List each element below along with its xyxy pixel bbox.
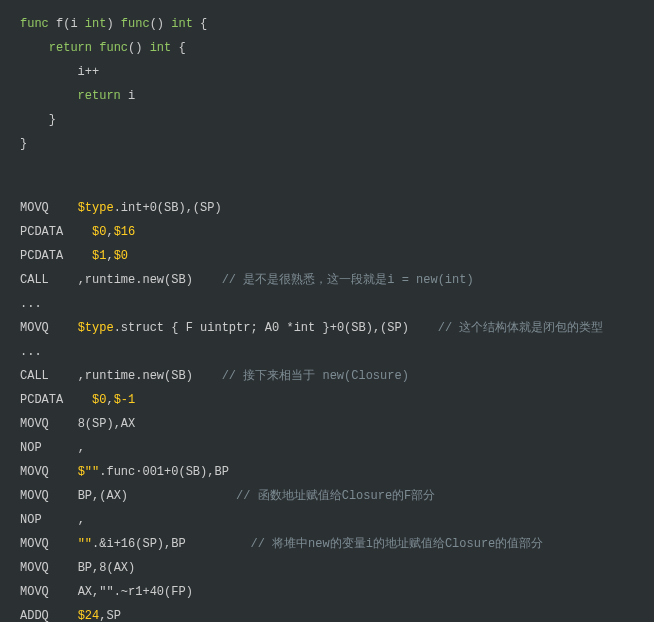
- asm-args: ,: [78, 441, 85, 455]
- code-text: ): [106, 17, 120, 31]
- asm-args: .int+0(SB),(SP): [114, 201, 222, 215]
- keyword-func: func: [121, 17, 150, 31]
- asm-args: ,runtime.new(SB): [78, 273, 193, 287]
- comment: // 接下来相当于 new(Closure): [193, 369, 409, 383]
- literal: $-1: [114, 393, 136, 407]
- asm-line-21: MOVQ AX,"".~r1+40(FP): [20, 580, 634, 604]
- pad: [128, 489, 236, 503]
- asm-args: .func·001+0(SB),BP: [99, 465, 229, 479]
- sep: [49, 561, 78, 575]
- code-text: (): [128, 41, 150, 55]
- literal: "": [78, 537, 92, 551]
- asm-line-7: MOVQ $type.int+0(SB),(SP): [20, 196, 634, 220]
- sep: [49, 585, 78, 599]
- comment: // 函数地址赋值给Closure的F部分: [236, 489, 435, 503]
- asm-args: AX,"".~r1+40(FP): [78, 585, 193, 599]
- sep: [63, 393, 92, 407]
- code-text: i++: [78, 65, 100, 79]
- asm-line-19: MOVQ "".&i+16(SP),BP // 将堆中new的变量i的地址赋值给…: [20, 532, 634, 556]
- sep: [42, 441, 78, 455]
- sep: [49, 489, 78, 503]
- type-int: int: [150, 41, 172, 55]
- indent: [20, 41, 49, 55]
- asm-line-17: MOVQ BP,(AX) // 函数地址赋值给Closure的F部分: [20, 484, 634, 508]
- asm-line-22: ADDQ $24,SP: [20, 604, 634, 622]
- sep: [49, 417, 78, 431]
- asm-ellipsis-2: ...: [20, 340, 634, 364]
- asm-line-18: NOP ,: [20, 508, 634, 532]
- comment: // 是不是很熟悉，这一段就是i = new(int): [193, 273, 474, 287]
- dots: ...: [20, 345, 42, 359]
- sep: [49, 369, 78, 383]
- sep: [49, 321, 78, 335]
- opcode: MOVQ: [20, 537, 49, 551]
- opcode: MOVQ: [20, 417, 49, 431]
- asm-line-10: CALL ,runtime.new(SB) // 是不是很熟悉，这一段就是i =…: [20, 268, 634, 292]
- asm-ellipsis-1: ...: [20, 292, 634, 316]
- opcode: CALL: [20, 369, 49, 383]
- opcode: MOVQ: [20, 201, 49, 215]
- code-text: }: [49, 113, 56, 127]
- literal: $0: [114, 249, 128, 263]
- literal: $0: [92, 393, 106, 407]
- sep: [49, 609, 78, 622]
- comma: ,: [106, 249, 113, 263]
- asm-line-9: PCDATA $1,$0: [20, 244, 634, 268]
- asm-args: SP: [106, 609, 120, 622]
- asm-args: BP,8(AX): [78, 561, 136, 575]
- keyword-return: return: [49, 41, 92, 55]
- opcode: NOP: [20, 441, 42, 455]
- opcode: PCDATA: [20, 225, 63, 239]
- opcode: PCDATA: [20, 393, 63, 407]
- code-text: i: [121, 89, 135, 103]
- literal: $1: [92, 249, 106, 263]
- code-line-1: func f(i int) func() int {: [20, 12, 634, 36]
- asm-line-8: PCDATA $0,$16: [20, 220, 634, 244]
- code-line-2: return func() int {: [20, 36, 634, 60]
- literal: $24: [78, 609, 100, 622]
- keyword-return: return: [78, 89, 121, 103]
- code-line-6: }: [20, 132, 634, 156]
- opcode: NOP: [20, 513, 42, 527]
- asm-line-15: NOP ,: [20, 436, 634, 460]
- comment: // 将堆中new的变量i的地址赋值给Closure的值部分: [250, 537, 543, 551]
- literal: $16: [114, 225, 136, 239]
- asm-line-14: MOVQ 8(SP),AX: [20, 412, 634, 436]
- indent: [20, 65, 78, 79]
- sep: [49, 273, 78, 287]
- code-line-5: }: [20, 108, 634, 132]
- comma: ,: [106, 225, 113, 239]
- opcode: MOVQ: [20, 489, 49, 503]
- asm-line-11: MOVQ $type.struct { F uintptr; A0 *int }…: [20, 316, 634, 340]
- sep: [63, 225, 92, 239]
- code-text: (): [150, 17, 172, 31]
- asm-args: ,: [78, 513, 85, 527]
- literal: $0: [92, 225, 106, 239]
- indent: [20, 89, 78, 103]
- type-int: int: [85, 17, 107, 31]
- literal: $type: [78, 201, 114, 215]
- comma: ,: [106, 393, 113, 407]
- comment: // 这个结构体就是闭包的类型: [409, 321, 603, 335]
- asm-args: BP,(AX): [78, 489, 128, 503]
- keyword-func: func: [99, 41, 128, 55]
- asm-line-16: MOVQ $"".func·001+0(SB),BP: [20, 460, 634, 484]
- opcode: CALL: [20, 273, 49, 287]
- section-gap: [20, 156, 634, 196]
- sep: [63, 249, 92, 263]
- literal: $"": [78, 465, 100, 479]
- code-text: f(i: [49, 17, 85, 31]
- asm-args: .&i+16(SP),BP: [92, 537, 186, 551]
- opcode: MOVQ: [20, 465, 49, 479]
- code-text: {: [171, 41, 185, 55]
- asm-line-20: MOVQ BP,8(AX): [20, 556, 634, 580]
- sep: [49, 201, 78, 215]
- keyword-func: func: [20, 17, 49, 31]
- asm-args: ,runtime.new(SB): [78, 369, 193, 383]
- dots: ...: [20, 297, 42, 311]
- indent: [20, 113, 49, 127]
- code-line-3: i++: [20, 60, 634, 84]
- sep: [49, 465, 78, 479]
- code-line-4: return i: [20, 84, 634, 108]
- literal: $type: [78, 321, 114, 335]
